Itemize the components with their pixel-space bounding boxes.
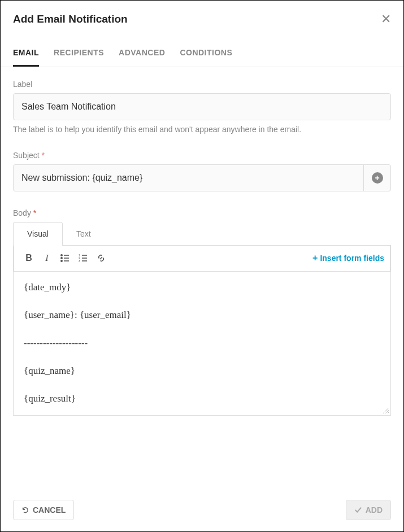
subject-required: * (42, 151, 45, 160)
subject-input[interactable] (14, 165, 363, 191)
insert-form-fields-text: Insert form fields (320, 254, 384, 263)
body-editor-wrap: B I 123 + Insert form fields (13, 245, 391, 416)
svg-point-0 (61, 255, 62, 256)
modal-header: Add Email Notification ✕ (1, 1, 403, 36)
italic-button[interactable]: I (38, 250, 56, 267)
editor-area (14, 272, 390, 415)
label-title: Label (13, 80, 391, 89)
body-title-text: Body (13, 208, 31, 217)
bullet-list-button[interactable] (56, 250, 74, 267)
subject-title-text: Subject (13, 151, 40, 160)
add-label: ADD (366, 505, 383, 514)
body-required: * (33, 208, 36, 217)
cancel-label: CANCEL (33, 505, 66, 514)
svg-point-4 (61, 260, 62, 261)
form-body: Label The label is to help you identify … (1, 67, 403, 428)
modal-title: Add Email Notification (13, 13, 128, 25)
body-tab-spacer (105, 222, 391, 246)
close-icon[interactable]: ✕ (381, 12, 391, 27)
body-tabs: Visual Text (13, 222, 391, 246)
editor-toolbar: B I 123 + Insert form fields (14, 245, 390, 272)
label-helper: The label is to help you identify this e… (13, 125, 391, 134)
tab-bar: EMAIL RECIPIENTS ADVANCED CONDITIONS (1, 36, 403, 67)
tab-conditions[interactable]: CONDITIONS (180, 48, 232, 67)
plus-icon: + (372, 172, 383, 184)
body-title: Body * (13, 208, 391, 217)
plus-icon-small: + (312, 253, 318, 263)
field-subject: Subject * + (13, 151, 391, 191)
field-body: Body * Visual Text B I 123 (13, 208, 391, 416)
modal-footer: CANCEL ADD (1, 489, 403, 531)
tab-email[interactable]: EMAIL (13, 48, 39, 67)
insert-form-fields-link[interactable]: + Insert form fields (312, 253, 384, 263)
bullet-list-icon (60, 254, 69, 263)
add-button[interactable]: ADD (346, 500, 391, 520)
body-tab-text[interactable]: Text (62, 222, 105, 246)
label-input[interactable] (13, 93, 391, 120)
subject-row: + (13, 164, 391, 191)
svg-point-2 (61, 258, 62, 259)
subject-insert-button[interactable]: + (363, 165, 390, 191)
number-list-button[interactable]: 123 (74, 250, 92, 267)
number-list-icon: 123 (79, 254, 88, 263)
link-icon (97, 254, 106, 263)
tab-recipients[interactable]: RECIPIENTS (54, 48, 104, 67)
undo-icon (21, 506, 29, 514)
svg-text:3: 3 (79, 259, 80, 263)
bold-button[interactable]: B (20, 250, 38, 267)
check-icon (354, 506, 362, 514)
cancel-button[interactable]: CANCEL (13, 500, 74, 520)
field-label: Label The label is to help you identify … (13, 80, 391, 134)
subject-title: Subject * (13, 151, 391, 160)
tab-advanced[interactable]: ADVANCED (119, 48, 165, 67)
body-tab-visual[interactable]: Visual (13, 222, 63, 246)
body-editor[interactable] (14, 272, 390, 413)
link-button[interactable] (92, 250, 110, 267)
